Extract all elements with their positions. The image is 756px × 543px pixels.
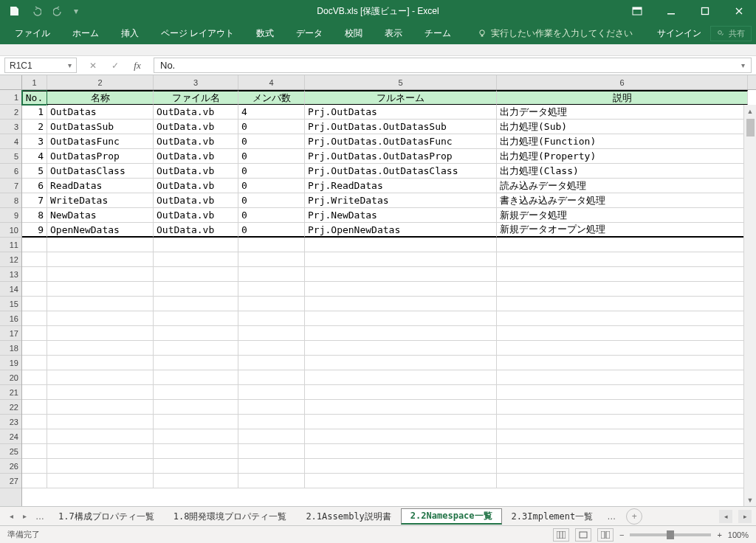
row-header[interactable]: 7 — [0, 179, 21, 193]
cell[interactable]: Prj.ReadDatas — [305, 179, 497, 193]
cell[interactable] — [305, 370, 497, 385]
cell[interactable] — [238, 238, 305, 252]
ribbon-tab[interactable]: ホーム — [62, 22, 109, 44]
cell[interactable] — [238, 385, 305, 400]
cell[interactable]: 4 — [22, 149, 47, 164]
page-layout-view-button[interactable] — [575, 528, 591, 542]
cell[interactable]: 5 — [22, 164, 47, 179]
cell[interactable] — [305, 326, 497, 341]
cell[interactable]: メンバ数 — [238, 90, 305, 105]
cell[interactable]: 0 — [238, 120, 305, 134]
cell[interactable] — [22, 385, 47, 400]
page-break-view-button[interactable] — [597, 528, 614, 542]
row-header[interactable]: 8 — [0, 193, 21, 208]
cell[interactable] — [305, 429, 497, 444]
cell[interactable] — [497, 297, 748, 311]
row-header[interactable]: 1 — [0, 90, 21, 105]
row-header[interactable]: 18 — [0, 341, 21, 356]
sheet-tab[interactable]: 2.3Implement一覧 — [502, 508, 603, 525]
cell[interactable] — [154, 267, 238, 282]
cell[interactable]: OutDatasSub — [47, 120, 154, 134]
cell[interactable] — [154, 282, 238, 297]
cell[interactable] — [47, 385, 154, 400]
cell[interactable] — [497, 459, 748, 474]
cell[interactable]: 書き込み込みデータ処理 — [497, 193, 748, 208]
share-button[interactable]: 共有 — [710, 26, 752, 41]
enter-formula-button[interactable]: ✓ — [105, 58, 126, 74]
scroll-down-icon[interactable]: ▼ — [744, 494, 756, 506]
cell[interactable] — [497, 311, 748, 326]
cell[interactable]: 出力データ処理 — [497, 105, 748, 120]
cell[interactable] — [154, 297, 238, 311]
cell[interactable] — [497, 415, 748, 429]
cell[interactable]: OutData.vb — [154, 105, 238, 120]
cell[interactable] — [497, 341, 748, 356]
row-header[interactable]: 19 — [0, 356, 21, 370]
cell[interactable] — [47, 356, 154, 370]
cell[interactable]: Prj.OpenNewDatas — [305, 223, 497, 238]
cell[interactable] — [238, 356, 305, 370]
cell[interactable] — [47, 444, 154, 459]
cell[interactable] — [305, 356, 497, 370]
cell[interactable] — [154, 400, 238, 415]
cell[interactable]: 出力処理(Function) — [497, 134, 748, 149]
scroll-thumb[interactable] — [746, 119, 755, 136]
column-header[interactable]: 2 — [47, 75, 154, 89]
cell[interactable] — [47, 341, 154, 356]
cell[interactable] — [238, 444, 305, 459]
cell[interactable] — [154, 326, 238, 341]
cell[interactable]: Prj.OutDatas.OutDatasProp — [305, 149, 497, 164]
cell[interactable] — [305, 415, 497, 429]
cells-area[interactable]: No.名称ファイル名メンバ数フルネーム説明1OutDatasOutData.vb… — [22, 90, 756, 506]
cell[interactable] — [22, 356, 47, 370]
name-box[interactable]: R1C1 ▾ — [4, 58, 77, 73]
cell[interactable]: フルネーム — [305, 90, 497, 105]
cell[interactable]: 読み込みデータ処理 — [497, 179, 748, 193]
cell[interactable] — [305, 252, 497, 267]
cell[interactable] — [47, 238, 154, 252]
cell[interactable] — [47, 252, 154, 267]
cell[interactable] — [238, 341, 305, 356]
cell[interactable]: Prj.NewDatas — [305, 208, 497, 223]
cell[interactable] — [497, 282, 748, 297]
cell[interactable]: 0 — [238, 149, 305, 164]
row-header[interactable]: 4 — [0, 134, 21, 149]
cell[interactable] — [47, 282, 154, 297]
ribbon-tab[interactable]: ページ レイアウト — [151, 22, 244, 44]
cell[interactable]: 新規データオープン処理 — [497, 223, 748, 238]
cell[interactable]: 出力処理(Class) — [497, 164, 748, 179]
cell[interactable] — [305, 385, 497, 400]
cell[interactable]: OutData.vb — [154, 193, 238, 208]
close-button[interactable] — [722, 0, 756, 22]
cell[interactable] — [497, 370, 748, 385]
cell[interactable] — [305, 282, 497, 297]
cell[interactable] — [497, 326, 748, 341]
cell[interactable] — [238, 311, 305, 326]
cell[interactable]: NewDatas — [47, 208, 154, 223]
cell[interactable] — [154, 459, 238, 474]
cell[interactable] — [22, 238, 47, 252]
cell[interactable] — [47, 429, 154, 444]
cell[interactable]: 0 — [238, 164, 305, 179]
cell[interactable] — [305, 297, 497, 311]
cell[interactable] — [22, 341, 47, 356]
cell[interactable] — [497, 252, 748, 267]
horizontal-scrollbar[interactable]: ◂ ▸ — [719, 510, 752, 523]
cell[interactable] — [47, 267, 154, 282]
cell[interactable]: 出力処理(Property) — [497, 149, 748, 164]
cell[interactable]: 8 — [22, 208, 47, 223]
cell[interactable]: OutData.vb — [154, 120, 238, 134]
cell[interactable]: 0 — [238, 134, 305, 149]
cell[interactable] — [22, 282, 47, 297]
cell[interactable] — [305, 459, 497, 474]
row-header[interactable]: 2 — [0, 105, 21, 120]
row-header[interactable]: 15 — [0, 297, 21, 311]
cell[interactable]: 3 — [22, 134, 47, 149]
cell[interactable] — [154, 356, 238, 370]
cell[interactable]: WriteDatas — [47, 193, 154, 208]
row-header[interactable]: 14 — [0, 282, 21, 297]
cell[interactable]: ファイル名 — [154, 90, 238, 105]
cell[interactable] — [47, 415, 154, 429]
cell[interactable]: OutData.vb — [154, 149, 238, 164]
cell[interactable]: 0 — [238, 223, 305, 238]
